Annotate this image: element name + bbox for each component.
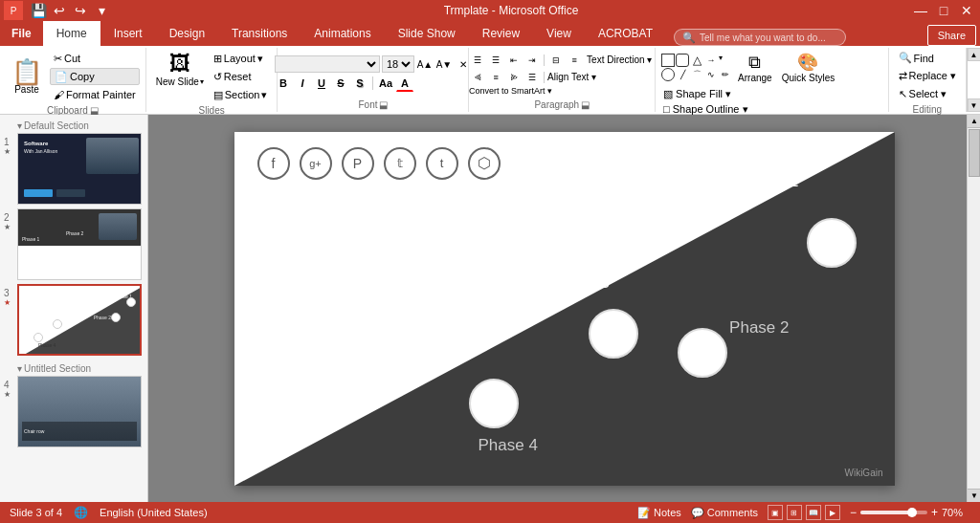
notes-btn[interactable]: 📝 Notes bbox=[637, 507, 681, 519]
tab-slideshow[interactable]: Slide Show bbox=[385, 21, 469, 46]
font-expand-icon[interactable]: ⬓ bbox=[379, 99, 388, 110]
font-color-btn[interactable]: A bbox=[396, 75, 413, 92]
zoom-in-btn[interactable]: + bbox=[931, 506, 938, 519]
layout-button[interactable]: ⊞ Layout ▾ bbox=[210, 50, 272, 67]
increase-indent-btn[interactable]: ⇥ bbox=[523, 53, 541, 68]
normal-view-btn[interactable]: ▣ bbox=[768, 505, 783, 520]
text-direction-btn[interactable]: Text Direction ▾ bbox=[584, 53, 655, 67]
tab-review[interactable]: Review bbox=[469, 21, 533, 46]
save-btn[interactable]: 💾 bbox=[29, 1, 48, 20]
columns-btn[interactable]: ⊟ bbox=[547, 53, 565, 68]
slide-sorter-btn[interactable]: ⊞ bbox=[787, 505, 802, 520]
undo-btn[interactable]: ↩ bbox=[50, 1, 69, 20]
shape-fill-btn[interactable]: ▧ Shape Fill ▾ bbox=[661, 87, 750, 101]
twitter-icon[interactable]: 𝕥 bbox=[384, 147, 416, 180]
zoom-level[interactable]: 70% bbox=[942, 507, 970, 518]
tab-view[interactable]: View bbox=[533, 21, 585, 46]
find-button[interactable]: 🔍 Find bbox=[895, 50, 960, 66]
ribbon-scroll-down[interactable]: ▼ bbox=[968, 98, 981, 112]
section-button[interactable]: ▤ Section ▾ bbox=[210, 86, 272, 103]
align-center-btn[interactable]: ≡ bbox=[487, 70, 504, 85]
font-size-select[interactable]: 18 bbox=[382, 55, 414, 73]
facebook-icon[interactable]: f bbox=[257, 147, 290, 180]
more-btn[interactable]: ▾ bbox=[92, 1, 111, 20]
freeform-shape-btn[interactable]: ✏ bbox=[719, 68, 732, 81]
italic-btn[interactable]: I bbox=[294, 75, 311, 92]
tab-insert[interactable]: Insert bbox=[100, 21, 156, 46]
bullets-btn[interactable]: ☰ bbox=[469, 53, 486, 68]
reading-view-btn[interactable]: 📖 bbox=[806, 505, 821, 520]
quick-styles-button[interactable]: 🎨 Quick Styles bbox=[778, 50, 839, 85]
connector-shape-btn[interactable]: ⌒ bbox=[690, 68, 703, 81]
close-btn[interactable]: ✕ bbox=[957, 1, 976, 20]
new-slide-button[interactable]: 🖼 New Slide ▾ bbox=[152, 50, 208, 89]
minimize-btn[interactable]: — bbox=[911, 1, 930, 20]
new-slide-dropdown-icon[interactable]: ▾ bbox=[200, 77, 204, 86]
oval-shape-btn[interactable] bbox=[661, 68, 675, 81]
pinterest-icon[interactable]: P bbox=[342, 147, 374, 180]
paste-button[interactable]: 📋 Paste bbox=[6, 50, 48, 103]
tab-file[interactable]: File bbox=[0, 21, 43, 46]
font-name-select[interactable] bbox=[275, 55, 380, 73]
slide-3-thumb[interactable]: Phase 1 Phase 2 Phase 3 Phase 4 bbox=[17, 284, 142, 356]
increase-font-btn[interactable]: A▲ bbox=[416, 55, 434, 73]
tab-home[interactable]: Home bbox=[43, 21, 100, 46]
scroll-up-btn[interactable]: ▲ bbox=[968, 115, 980, 128]
googleplus-icon[interactable]: g+ bbox=[300, 147, 332, 180]
zoom-out-btn[interactable]: − bbox=[850, 506, 857, 519]
line-spacing-btn[interactable]: ≡ bbox=[566, 53, 583, 68]
replace-button[interactable]: ⇄ Replace ▾ bbox=[895, 68, 960, 84]
scroll-down-btn[interactable]: ▼ bbox=[968, 489, 980, 502]
strikethrough-btn[interactable]: S bbox=[332, 75, 349, 92]
copy-button[interactable]: 📄 Copy bbox=[50, 68, 140, 85]
tab-acrobat[interactable]: ACROBAT bbox=[585, 21, 666, 46]
tumblr-icon[interactable]: t bbox=[426, 147, 458, 180]
decrease-font-btn[interactable]: A▼ bbox=[435, 55, 453, 73]
smartart-btn[interactable]: Convert to SmartArt ▾ bbox=[469, 86, 552, 96]
slide-2-thumb[interactable]: Slide Title of the course Phase 1 Phase … bbox=[17, 208, 142, 280]
maximize-btn[interactable]: □ bbox=[934, 1, 953, 20]
align-right-btn[interactable]: ⫸ bbox=[505, 70, 523, 85]
justify-btn[interactable]: ☰ bbox=[523, 70, 541, 85]
select-button[interactable]: ↖ Select ▾ bbox=[895, 86, 960, 102]
slide-4-thumb[interactable]: Chair row bbox=[17, 376, 142, 447]
slideshow-btn[interactable]: ▶ bbox=[825, 505, 840, 520]
ribbon-scroll-up[interactable]: ▲ bbox=[968, 48, 981, 61]
tab-animations[interactable]: Animations bbox=[301, 21, 384, 46]
align-left-btn[interactable]: ⫷ bbox=[469, 70, 486, 85]
zoom-slider-thumb[interactable] bbox=[907, 508, 917, 517]
arrow-shape-btn[interactable]: → bbox=[704, 54, 718, 67]
slide-canvas[interactable]: f g+ P 𝕥 t ⬡ Phase 1 Phase 2 Phase 3 Pha… bbox=[234, 132, 895, 486]
slide-1-thumb[interactable]: SoftwareWith Jan Allison bbox=[17, 133, 142, 205]
redo-btn[interactable]: ↪ bbox=[71, 1, 90, 20]
paragraph-expand-icon[interactable]: ⬓ bbox=[581, 99, 590, 110]
align-text-btn[interactable]: Align Text ▾ bbox=[547, 72, 596, 82]
rect-shape-btn[interactable] bbox=[661, 54, 675, 67]
more-shapes-btn[interactable]: ▾ bbox=[719, 54, 732, 67]
tell-me-input[interactable]: 🔍 Tell me what you want to do... bbox=[674, 29, 846, 46]
phase1-label: Phase 1 bbox=[739, 172, 798, 191]
triangle-shape-btn[interactable]: △ bbox=[690, 54, 703, 67]
scroll-thumb[interactable] bbox=[969, 129, 980, 177]
share-button[interactable]: Share bbox=[927, 25, 976, 46]
tab-transitions[interactable]: Transitions bbox=[218, 21, 301, 46]
curve-shape-btn[interactable]: ∿ bbox=[704, 68, 718, 81]
copy-icon: 📄 bbox=[55, 71, 68, 83]
decrease-indent-btn[interactable]: ⇤ bbox=[505, 53, 523, 68]
underline-btn[interactable]: U bbox=[313, 75, 330, 92]
line-shape-btn[interactable]: ╱ bbox=[676, 68, 689, 81]
arrange-button[interactable]: ⧉ Arrange bbox=[734, 51, 776, 85]
bold-btn[interactable]: B bbox=[275, 75, 292, 92]
reset-button[interactable]: ↺ Reset bbox=[210, 68, 272, 85]
rounded-rect-shape-btn[interactable] bbox=[676, 54, 689, 67]
font-case-btn[interactable]: Aa bbox=[377, 75, 394, 92]
format-painter-button[interactable]: 🖌 Format Painter bbox=[50, 86, 140, 103]
shadow-btn[interactable]: S bbox=[351, 75, 368, 92]
numbering-btn[interactable]: ☰ bbox=[487, 53, 504, 68]
tab-design[interactable]: Design bbox=[156, 21, 218, 46]
zoom-slider[interactable] bbox=[860, 511, 927, 514]
canvas-scrollbar[interactable]: ▲ ▼ bbox=[967, 115, 980, 502]
instagram-icon[interactable]: ⬡ bbox=[468, 147, 501, 180]
comments-btn[interactable]: 💬 Comments bbox=[691, 507, 758, 519]
cut-button[interactable]: ✂ Cut bbox=[50, 50, 140, 67]
